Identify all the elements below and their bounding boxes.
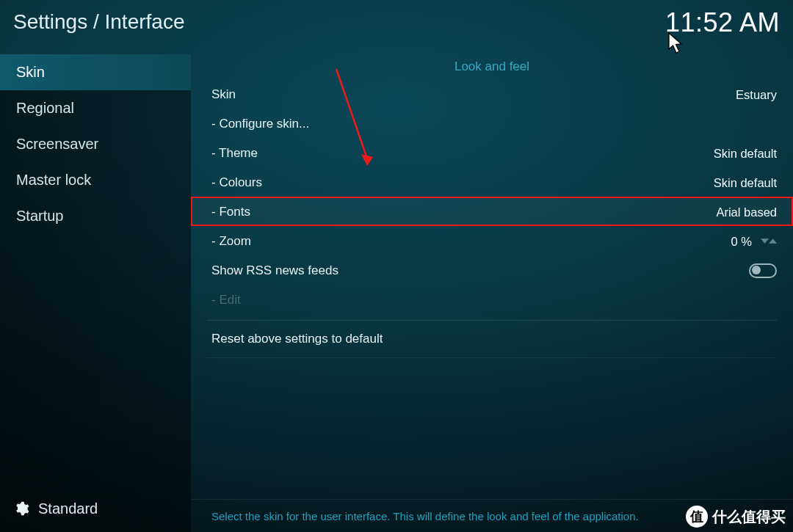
- spinner-arrows-icon[interactable]: [761, 237, 777, 245]
- settings-panel: Look and feel Skin Estuary - Configure s…: [191, 54, 793, 499]
- setting-label: - Zoom: [211, 227, 251, 256]
- sidebar: Skin Regional Screensaver Master lock St…: [0, 54, 191, 532]
- setting-label: - Colours: [211, 168, 262, 197]
- help-text: Select the skin for the user interface. …: [211, 510, 639, 522]
- setting-row-reset-defaults[interactable]: Reset above settings to default: [191, 324, 793, 353]
- section-title-look-and-feel: Look and feel: [191, 54, 793, 79]
- settings-level-label: Standard: [38, 500, 98, 517]
- toggle-switch[interactable]: [749, 263, 777, 278]
- clock: 11:52 AM: [665, 7, 780, 38]
- setting-label: Reset above settings to default: [211, 324, 383, 354]
- divider: [207, 320, 777, 321]
- sidebar-item-regional[interactable]: Regional: [0, 90, 191, 126]
- setting-row-zoom[interactable]: - Zoom 0 %: [191, 226, 793, 255]
- setting-value: 0 %: [731, 227, 752, 256]
- breadcrumb: Settings / Interface: [13, 10, 184, 34]
- setting-row-show-rss[interactable]: Show RSS news feeds: [191, 255, 793, 285]
- setting-row-skin[interactable]: Skin Estuary: [191, 79, 793, 109]
- divider: [207, 357, 777, 358]
- setting-row-colours[interactable]: - Colours Skin default: [191, 167, 793, 197]
- setting-row-theme[interactable]: - Theme Skin default: [191, 138, 793, 167]
- help-footer: Select the skin for the user interface. …: [191, 499, 793, 532]
- setting-label: Show RSS news feeds: [211, 256, 338, 285]
- gear-icon: [13, 500, 29, 517]
- setting-row-edit-rss: - Edit: [191, 285, 793, 314]
- setting-label: - Edit: [211, 285, 241, 315]
- setting-row-configure-skin[interactable]: - Configure skin...: [191, 109, 793, 138]
- setting-label: - Configure skin...: [211, 109, 309, 139]
- settings-level-button[interactable]: Standard: [0, 494, 98, 523]
- setting-row-fonts[interactable]: - Fonts Arial based: [191, 197, 793, 226]
- setting-value: Estuary: [736, 80, 777, 109]
- setting-value: Skin default: [714, 168, 777, 197]
- setting-value: Arial based: [716, 197, 777, 227]
- setting-label: - Fonts: [211, 197, 250, 227]
- sidebar-item-startup[interactable]: Startup: [0, 198, 191, 234]
- sidebar-item-screensaver[interactable]: Screensaver: [0, 126, 191, 162]
- setting-value: Skin default: [714, 139, 777, 168]
- sidebar-item-master-lock[interactable]: Master lock: [0, 162, 191, 198]
- setting-label: Skin: [211, 80, 236, 109]
- setting-label: - Theme: [211, 139, 258, 168]
- sidebar-item-skin[interactable]: Skin: [0, 54, 191, 90]
